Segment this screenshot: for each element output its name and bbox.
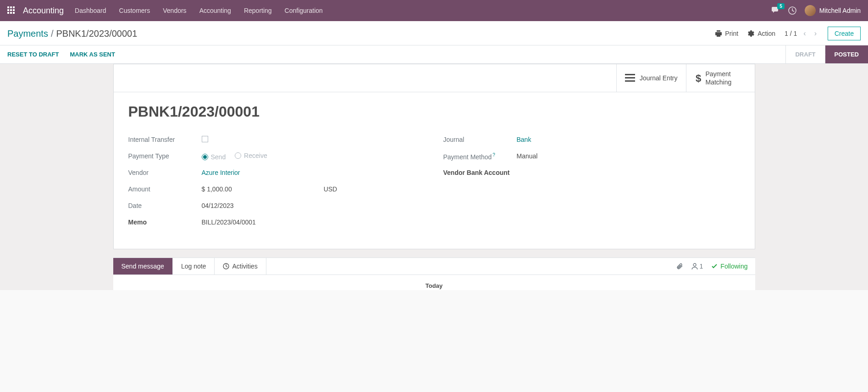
paperclip-icon: [676, 263, 683, 270]
svg-rect-2: [13, 6, 15, 8]
payment-matching-button[interactable]: $ Payment Matching: [686, 64, 755, 92]
person-icon: [691, 263, 698, 269]
chat-icon[interactable]: 5: [772, 7, 780, 14]
svg-rect-3: [7, 9, 9, 11]
record-title: PBNK1/2023/00001: [128, 103, 740, 120]
svg-rect-4: [10, 9, 12, 11]
form-sheet: Journal Entry $ Payment Matching PBNK1/2…: [113, 64, 755, 249]
pager-count[interactable]: 1 / 1: [785, 30, 797, 37]
pager-next[interactable]: ›: [813, 28, 818, 39]
nav-customers[interactable]: Customers: [119, 7, 150, 14]
nav-configuration[interactable]: Configuration: [285, 7, 323, 14]
label-payment-type: Payment Type: [128, 152, 202, 160]
svg-rect-10: [625, 74, 635, 75]
vendor-link[interactable]: Azure Interior: [202, 169, 240, 176]
print-button[interactable]: Print: [715, 30, 738, 37]
label-internal-transfer: Internal Transfer: [128, 136, 202, 143]
amount-value: $ 1,000.00: [202, 185, 232, 193]
gear-icon: [747, 30, 755, 37]
reset-to-draft-button[interactable]: RESET TO DRAFT: [7, 51, 59, 58]
label-journal: Journal: [443, 136, 517, 143]
label-amount: Amount: [128, 185, 202, 193]
user-menu[interactable]: Mitchell Admin: [805, 5, 861, 16]
navbar: Accounting Dashboard Customers Vendors A…: [0, 0, 868, 21]
apps-icon[interactable]: [7, 6, 16, 15]
svg-rect-8: [13, 12, 15, 14]
nav-accounting[interactable]: Accounting: [199, 7, 231, 14]
pager: 1 / 1 ‹ ›: [785, 28, 818, 39]
attachments-button[interactable]: [676, 263, 683, 270]
check-icon: [711, 263, 718, 269]
help-icon[interactable]: ?: [492, 152, 495, 157]
svg-rect-5: [13, 9, 15, 11]
mark-as-sent-button[interactable]: MARK AS SENT: [70, 51, 115, 58]
clock-small-icon: [223, 263, 229, 269]
label-vendor-bank-account: Vendor Bank Account: [443, 169, 510, 176]
label-memo: Memo: [128, 218, 202, 226]
svg-rect-7: [10, 12, 12, 14]
form-container: Journal Entry $ Payment Matching PBNK1/2…: [0, 64, 868, 290]
dollar-icon: $: [695, 73, 701, 84]
svg-rect-12: [625, 80, 635, 82]
internal-transfer-checkbox[interactable]: [202, 136, 208, 142]
cp-buttons: Print Action 1 / 1 ‹ › Create: [715, 27, 861, 40]
journal-entry-button[interactable]: Journal Entry: [616, 64, 686, 92]
payment-method-value: Manual: [517, 152, 538, 160]
breadcrumb-parent[interactable]: Payments: [7, 28, 48, 39]
followers-button[interactable]: 1: [691, 263, 703, 270]
chatter-top: Send message Log note Activities 1 Follo…: [113, 258, 755, 275]
svg-rect-1: [10, 6, 12, 8]
memo-value: BILL/2023/04/0001: [202, 218, 256, 226]
breadcrumb-current: PBNK1/2023/00001: [56, 28, 138, 39]
svg-rect-6: [7, 12, 9, 14]
svg-text:$: $: [696, 73, 701, 84]
avatar: [805, 5, 816, 16]
label-date: Date: [128, 202, 202, 209]
chatter: Send message Log note Activities 1 Follo…: [113, 258, 755, 290]
nav-vendors[interactable]: Vendors: [163, 7, 186, 14]
date-value: 04/12/2023: [202, 202, 234, 209]
label-payment-method: Payment Method?: [443, 152, 517, 161]
svg-point-15: [693, 263, 696, 266]
button-box: Journal Entry $ Payment Matching: [114, 64, 755, 92]
user-name: Mitchell Admin: [819, 7, 861, 14]
following-button[interactable]: Following: [711, 263, 747, 270]
activities-button[interactable]: Activities: [215, 258, 266, 274]
form-left-column: Internal Transfer Payment Type Send Rece…: [128, 131, 425, 230]
stage-draft[interactable]: DRAFT: [785, 45, 824, 63]
send-message-button[interactable]: Send message: [113, 258, 173, 274]
currency-value: USD: [324, 185, 337, 193]
pager-prev[interactable]: ‹: [802, 28, 807, 39]
form-right-column: Journal Bank Payment Method? Manual Vend…: [443, 131, 740, 230]
nav-menu: Dashboard Customers Vendors Accounting R…: [75, 7, 323, 14]
create-button[interactable]: Create: [828, 27, 861, 40]
breadcrumb-sep: /: [51, 28, 54, 39]
stage-posted[interactable]: POSTED: [825, 45, 868, 63]
radio-send[interactable]: Send: [202, 153, 226, 161]
app-name[interactable]: Accounting: [23, 6, 64, 16]
status-stages: DRAFT POSTED: [785, 45, 868, 63]
svg-rect-11: [625, 77, 635, 78]
svg-rect-0: [7, 6, 9, 8]
nav-dashboard[interactable]: Dashboard: [75, 7, 106, 14]
journal-link[interactable]: Bank: [517, 136, 531, 143]
chat-badge: 5: [777, 3, 785, 9]
breadcrumb: Payments / PBNK1/2023/00001: [7, 28, 137, 39]
print-icon: [715, 30, 722, 37]
label-vendor: Vendor: [128, 169, 202, 176]
radio-receive[interactable]: Receive: [235, 152, 267, 159]
chatter-date-today: Today: [113, 282, 755, 289]
nav-reporting[interactable]: Reporting: [244, 7, 272, 14]
clock-icon[interactable]: [788, 6, 796, 15]
bars-icon: [625, 74, 635, 82]
action-button[interactable]: Action: [747, 30, 775, 37]
control-panel: Payments / PBNK1/2023/00001 Print Action…: [0, 21, 868, 45]
log-note-button[interactable]: Log note: [173, 258, 215, 274]
nav-right: 5 Mitchell Admin: [772, 5, 861, 16]
status-bar: RESET TO DRAFT MARK AS SENT DRAFT POSTED: [0, 45, 868, 64]
